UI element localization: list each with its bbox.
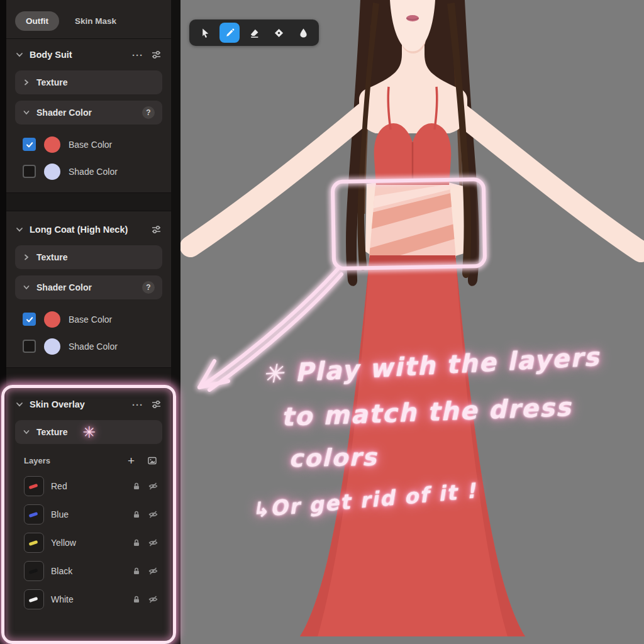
cursor-icon [200, 28, 211, 38]
texture-row-label: Texture [36, 252, 68, 262]
tab-bar: Outfit Skin Mask [15, 11, 162, 31]
layer-row-blue[interactable]: Blue [21, 502, 162, 527]
texture-row-label: Texture [36, 77, 68, 87]
help-icon[interactable]: ? [142, 106, 155, 119]
visibility-off-icon[interactable] [148, 566, 158, 576]
layers-header: Layers + [21, 450, 162, 470]
long-coat-base-color-row: Base Color [15, 306, 162, 333]
shader-color-label: Shader Color [36, 108, 92, 118]
lock-icon[interactable] [132, 482, 141, 491]
body-suit-shader-header[interactable]: Shader Color ? [15, 101, 162, 125]
section-body-suit: Body Suit ··· Texture Shader Color ? [15, 44, 162, 185]
section-title: Skin Overlay [30, 399, 85, 409]
settings-sliders-button[interactable] [150, 224, 162, 235]
check-icon [25, 315, 34, 324]
base-color-swatch[interactable] [44, 136, 60, 153]
section-skin-overlay: Skin Overlay ··· Texture ✳ Layers + [15, 394, 162, 612]
layer-label: Black [51, 566, 72, 576]
chevron-down-icon [15, 50, 24, 59]
layer-label: White [51, 594, 74, 604]
layer-label: Yellow [51, 538, 76, 548]
viewport-canvas[interactable]: ✳ Play with the layers to match the dres… [180, 0, 644, 644]
shade-color-swatch[interactable] [44, 164, 60, 180]
layer-row-yellow[interactable]: Yellow [21, 530, 162, 555]
left-edge-strip [0, 0, 6, 644]
layer-label: Red [51, 481, 67, 491]
tab-divider [6, 38, 171, 39]
fill-icon [274, 28, 284, 38]
chevron-down-icon [15, 400, 24, 409]
sliders-icon [152, 50, 161, 59]
check-icon [25, 140, 34, 149]
shade-color-swatch[interactable] [44, 338, 60, 355]
sliders-icon [152, 400, 161, 409]
blend-tool-button[interactable] [293, 23, 313, 43]
long-coat-shader-header[interactable]: Shader Color ? [15, 275, 162, 299]
section-title: Long Coat (High Neck) [30, 225, 128, 235]
section-long-coat: Long Coat (High Neck) Texture Shader Col… [15, 219, 162, 360]
chevron-right-icon [23, 253, 30, 261]
base-color-swatch[interactable] [44, 311, 60, 328]
panel-divider-strip [171, 0, 180, 644]
add-layer-button[interactable]: + [126, 453, 136, 468]
body-suit-texture-row[interactable]: Texture [15, 70, 162, 94]
visibility-off-icon[interactable] [148, 481, 158, 491]
shade-color-checkbox[interactable] [23, 165, 36, 178]
base-color-checkbox[interactable] [23, 313, 36, 326]
shade-color-label: Shade Color [69, 341, 118, 352]
body-suit-shade-color-row: Shade Color [15, 158, 162, 185]
chevron-right-icon [23, 79, 30, 86]
shade-color-label: Shade Color [69, 167, 118, 177]
fill-tool-button[interactable] [269, 23, 289, 43]
shade-color-checkbox[interactable] [23, 340, 36, 353]
layer-row-red[interactable]: Red [21, 474, 162, 499]
settings-sliders-button[interactable] [150, 399, 162, 410]
tab-skin-mask[interactable]: Skin Mask [64, 11, 127, 31]
chevron-down-icon [23, 109, 30, 116]
chevron-down-icon [23, 428, 30, 436]
long-coat-texture-row[interactable]: Texture [15, 245, 162, 269]
layer-thumbnail [24, 561, 44, 581]
brush-tool-button[interactable] [219, 23, 240, 43]
skin-overlay-header[interactable]: Skin Overlay ··· [15, 394, 162, 415]
body-suit-header[interactable]: Body Suit ··· [15, 44, 162, 65]
more-options-button[interactable]: ··· [131, 399, 145, 411]
help-icon[interactable]: ? [142, 281, 155, 294]
layer-thumbnail [24, 476, 44, 496]
sliders-icon [152, 225, 161, 234]
lock-icon[interactable] [132, 538, 141, 547]
eraser-tool-button[interactable] [244, 23, 264, 43]
eraser-icon [249, 28, 260, 38]
section-divider [6, 192, 171, 211]
long-coat-header[interactable]: Long Coat (High Neck) [15, 219, 162, 240]
more-options-button[interactable]: ··· [131, 49, 145, 61]
character-illustration [180, 0, 644, 644]
base-color-checkbox[interactable] [23, 138, 36, 151]
lock-icon[interactable] [132, 567, 141, 575]
layer-row-black[interactable]: Black [21, 558, 162, 584]
layer-row-white[interactable]: White [21, 587, 162, 612]
skin-overlay-texture-row[interactable]: Texture ✳ [15, 420, 162, 444]
layer-thumbnail [24, 589, 44, 609]
layers-panel: Layers + Red Blue [21, 450, 162, 612]
visibility-off-icon[interactable] [148, 594, 158, 604]
layer-label: Blue [51, 509, 69, 519]
import-image-button[interactable] [146, 455, 158, 467]
visibility-off-icon[interactable] [148, 538, 158, 548]
lock-icon[interactable] [132, 595, 141, 604]
select-tool-button[interactable] [195, 23, 215, 43]
canvas-toolbar [189, 19, 319, 46]
app-window: Outfit Skin Mask Body Suit ··· Texture S… [0, 0, 644, 644]
visibility-off-icon[interactable] [148, 509, 158, 519]
chevron-down-icon [23, 284, 30, 291]
tab-outfit[interactable]: Outfit [15, 11, 59, 31]
lock-icon[interactable] [132, 510, 141, 519]
layers-title: Layers [24, 456, 50, 465]
long-coat-shade-color-row: Shade Color [15, 333, 162, 360]
sidebar: Outfit Skin Mask Body Suit ··· Texture S… [6, 0, 171, 644]
section-title: Body Suit [30, 50, 72, 60]
layer-thumbnail [24, 533, 44, 553]
texture-row-label: Texture [36, 427, 68, 437]
settings-sliders-button[interactable] [150, 49, 162, 60]
chevron-down-icon [15, 225, 24, 234]
